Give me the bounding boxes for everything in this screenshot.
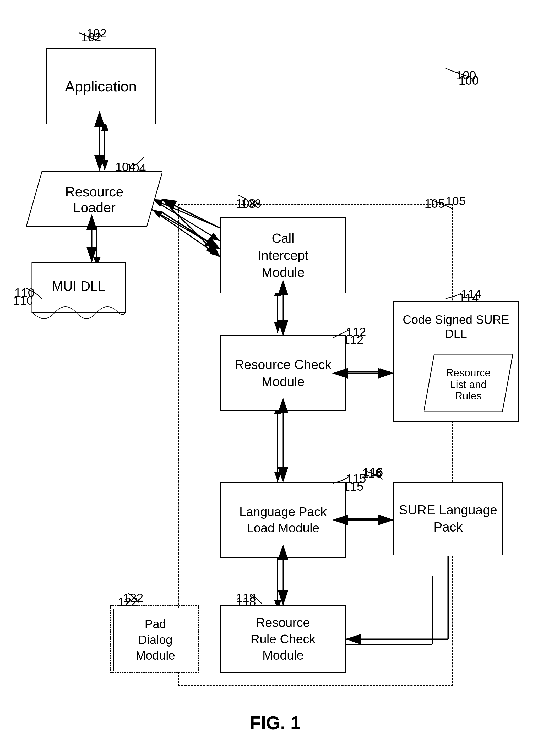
pad-dialog-dashed: Pad Dialog Module: [110, 605, 199, 673]
call-intercept-box: Call Intercept Module: [220, 218, 346, 293]
language-pack-load-box: Language Pack Load Module: [220, 482, 346, 558]
code-signed-label: Code Signed SURE DLL: [394, 312, 518, 341]
svg-text:MUI DLL: MUI DLL: [52, 279, 105, 294]
ref-116-label: 116: [363, 465, 383, 479]
ref-100-label: 100: [456, 68, 476, 82]
ref-105: 105: [425, 196, 445, 211]
ref-118-label: 118: [236, 591, 256, 605]
pad-dialog-box: Pad Dialog Module: [113, 608, 197, 672]
ref-112-label: 112: [346, 325, 366, 339]
svg-text:Loader: Loader: [73, 200, 116, 215]
ref-110-label: 110: [14, 286, 35, 300]
svg-text:Resource: Resource: [446, 367, 491, 379]
application-box: Application: [46, 49, 156, 124]
ref-114-label: 114: [461, 287, 482, 301]
ref-108-label: 108: [241, 196, 261, 211]
ref-105-label: 105: [445, 194, 466, 208]
figure-label: FIG. 1: [223, 712, 328, 734]
svg-text:Resource: Resource: [65, 184, 124, 199]
resource-check-box: Resource Check Module: [220, 335, 346, 411]
ref-104-label: 104: [126, 161, 146, 175]
svg-text:Rules: Rules: [455, 390, 482, 402]
resource-rule-check-box: Resource Rule Check Module: [220, 605, 346, 673]
ref-102-label: 102: [87, 26, 107, 40]
code-signed-sure-dll-box: Code Signed SURE DLL Resource List and R…: [393, 301, 519, 422]
resource-loader-box: Resource Loader: [26, 170, 163, 228]
resource-list-rules-shape: Resource List and Rules: [424, 353, 513, 413]
diagram: 100 102 Application 104 Resource Loader …: [0, 0, 554, 756]
svg-text:List and: List and: [450, 379, 487, 390]
mui-dll-box: MUI DLL: [32, 262, 126, 322]
ref-122-label: 122: [123, 591, 143, 605]
sure-language-pack-box: SURE Language Pack: [393, 482, 503, 555]
